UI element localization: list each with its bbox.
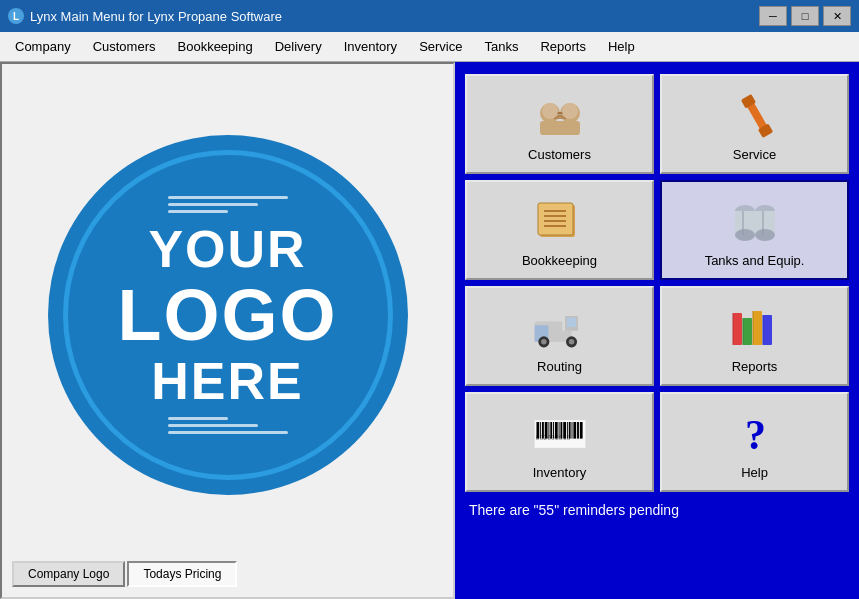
logo-line-6 (168, 431, 288, 434)
grid-btn-bookkeeping[interactable]: Bookkeeping (465, 180, 654, 280)
tab-todays-pricing[interactable]: Todays Pricing (127, 561, 237, 587)
menu-help[interactable]: Help (597, 34, 646, 59)
logo-circle-inner: YOUR LOGO HERE (63, 150, 393, 480)
logo-line-2 (168, 203, 258, 206)
tab-company-logo[interactable]: Company Logo (12, 561, 125, 587)
main-content: YOUR LOGO HERE Company Logo Todays Prici… (0, 62, 859, 599)
svg-point-4 (562, 103, 578, 119)
svg-rect-48 (553, 422, 554, 439)
svg-rect-58 (579, 422, 582, 439)
menu-inventory[interactable]: Inventory (333, 34, 408, 59)
minimize-button[interactable]: ─ (759, 6, 787, 26)
menu-company[interactable]: Company (4, 34, 82, 59)
svg-point-31 (568, 339, 574, 345)
right-panel: Customers Service (455, 62, 859, 599)
logo-line-1 (168, 196, 288, 199)
svg-rect-46 (548, 422, 549, 439)
customers-label: Customers (528, 147, 591, 162)
title-bar-left: L Lynx Main Menu for Lynx Propane Softwa… (8, 8, 282, 24)
left-panel: YOUR LOGO HERE Company Logo Todays Prici… (0, 62, 455, 599)
menu-delivery[interactable]: Delivery (264, 34, 333, 59)
tanks-icon (725, 194, 785, 249)
logo-text-here: HERE (151, 355, 303, 407)
tanks-label: Tanks and Equip. (705, 253, 805, 268)
svg-rect-47 (550, 422, 552, 439)
svg-rect-50 (558, 422, 559, 439)
svg-rect-56 (573, 422, 576, 439)
service-icon (725, 88, 785, 143)
reminders-text: There are "55" reminders pending (465, 502, 849, 518)
svg-rect-53 (566, 422, 567, 439)
title-bar-controls: ─ □ ✕ (759, 6, 851, 26)
svg-rect-57 (577, 422, 579, 439)
app-icon: L (8, 8, 24, 24)
service-label: Service (733, 147, 776, 162)
svg-text:?: ? (745, 412, 766, 458)
help-icon: ? (725, 406, 785, 461)
inventory-icon: 052002816 (530, 406, 590, 461)
svg-point-16 (735, 229, 755, 241)
svg-point-29 (541, 339, 547, 345)
inventory-label: Inventory (533, 465, 586, 480)
svg-point-3 (542, 103, 558, 119)
bottom-tabs: Company Logo Todays Pricing (12, 555, 443, 587)
logo-text-your: YOUR (148, 223, 306, 275)
logo-line-3 (168, 210, 228, 213)
svg-rect-54 (568, 422, 570, 439)
menu-reports[interactable]: Reports (529, 34, 597, 59)
close-button[interactable]: ✕ (823, 6, 851, 26)
menu-bookkeeping[interactable]: Bookkeeping (167, 34, 264, 59)
logo-line-4 (168, 417, 228, 420)
grid-btn-reports[interactable]: Reports (660, 286, 849, 386)
svg-rect-55 (571, 422, 572, 439)
svg-rect-43 (540, 422, 541, 439)
title-bar: L Lynx Main Menu for Lynx Propane Softwa… (0, 0, 859, 32)
svg-rect-27 (566, 317, 575, 326)
reports-label: Reports (732, 359, 778, 374)
app-title: Lynx Main Menu for Lynx Propane Software (30, 9, 282, 24)
svg-rect-52 (563, 422, 566, 439)
svg-rect-9 (538, 203, 573, 235)
bookkeeping-label: Bookkeeping (522, 253, 597, 268)
svg-rect-33 (743, 318, 752, 345)
svg-rect-51 (560, 422, 562, 439)
grid-btn-routing[interactable]: Routing (465, 286, 654, 386)
grid-btn-service[interactable]: Service (660, 74, 849, 174)
grid-btn-help[interactable]: ? Help (660, 392, 849, 492)
grid-btn-customers[interactable]: Customers (465, 74, 654, 174)
logo-lines-bottom (168, 417, 288, 434)
customers-icon (530, 88, 590, 143)
grid-buttons: Customers Service (465, 74, 849, 492)
reports-icon (725, 300, 785, 355)
help-label: Help (741, 465, 768, 480)
logo-circle-outer: YOUR LOGO HERE (48, 135, 408, 495)
routing-label: Routing (537, 359, 582, 374)
svg-rect-49 (554, 422, 557, 439)
bookkeeping-icon (530, 194, 590, 249)
logo-area: YOUR LOGO HERE (12, 74, 443, 555)
grid-btn-inventory[interactable]: 052002816 (465, 392, 654, 492)
grid-btn-tanks[interactable]: Tanks and Equip. (660, 180, 849, 280)
svg-rect-35 (763, 315, 772, 345)
svg-rect-2 (540, 121, 580, 135)
routing-icon (530, 300, 590, 355)
menu-bar: Company Customers Bookkeeping Delivery I… (0, 32, 859, 62)
svg-point-19 (755, 229, 775, 241)
svg-rect-44 (542, 422, 544, 439)
logo-lines-top (168, 196, 288, 213)
svg-rect-34 (753, 311, 762, 345)
svg-rect-42 (536, 422, 539, 439)
menu-service[interactable]: Service (408, 34, 473, 59)
svg-rect-32 (733, 313, 742, 345)
menu-customers[interactable]: Customers (82, 34, 167, 59)
logo-text-logo: LOGO (118, 279, 338, 351)
svg-rect-45 (544, 422, 547, 439)
logo-line-5 (168, 424, 258, 427)
menu-tanks[interactable]: Tanks (473, 34, 529, 59)
maximize-button[interactable]: □ (791, 6, 819, 26)
